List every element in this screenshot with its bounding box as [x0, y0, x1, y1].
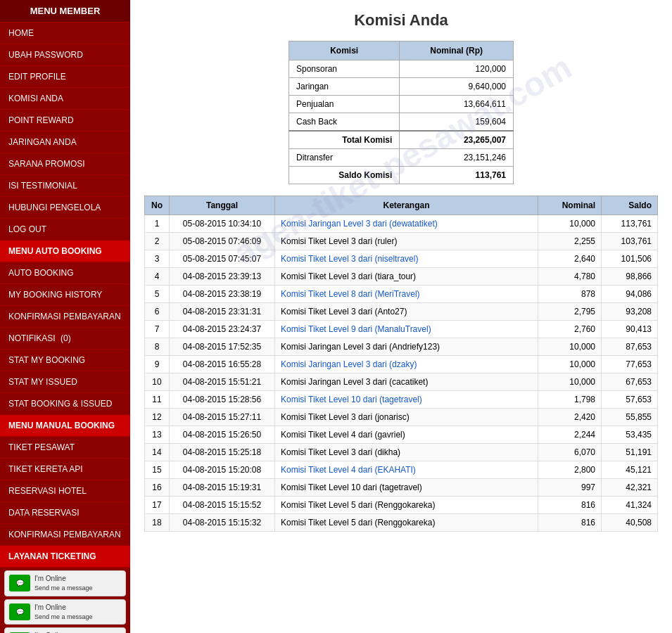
sidebar-item-jaringan-anda[interactable]: JARINGAN ANDA — [0, 132, 130, 153]
keterangan-link[interactable]: Komisi Tiket Level 4 dari (EKAHATI) — [281, 465, 416, 475]
keterangan-cell: Komisi Jaringan Level 3 dari (cacatiket) — [275, 373, 538, 391]
sidebar-item-stat-my-booking[interactable]: STAT MY BOOKING — [0, 350, 130, 371]
no-cell: 5 — [145, 286, 170, 303]
sidebar-item-point-reward[interactable]: POINT REWARD — [0, 110, 130, 132]
keterangan-cell: Komisi Tiket Level 10 dari (tagetravel) — [275, 391, 538, 409]
summary-value: 120,000 — [400, 60, 514, 78]
saldo-cell: 45,121 — [602, 461, 658, 479]
no-cell: 18 — [145, 514, 170, 532]
tanggal-cell: 04-08-2015 15:15:32 — [170, 514, 275, 532]
saldo-cell: 87,653 — [602, 338, 658, 356]
nominal-cell: 10,000 — [538, 373, 602, 391]
nominal-cell: 6,070 — [538, 444, 602, 461]
col-header-no: No — [145, 196, 170, 215]
keterangan-link[interactable]: Komisi Jaringan Level 3 dari (dewatatike… — [281, 219, 438, 229]
summary-container: Komisi Nominal (Rp) Sponsoran120,000Jari… — [144, 41, 658, 184]
sidebar-item-isi-testimonial[interactable]: ISI TESTIMONIAL — [0, 175, 130, 197]
summary-label: Jaringan — [289, 78, 400, 96]
sidebar-item-tiket-kereta-api[interactable]: TIKET KERETA API — [0, 459, 130, 480]
keterangan-cell: Komisi Tiket Level 10 dari (tagetravel) — [275, 479, 538, 497]
table-row: 2 05-08-2015 07:46:09 Komisi Tiket Level… — [145, 233, 658, 250]
tanggal-cell: 05-08-2015 07:46:09 — [170, 233, 275, 250]
tanggal-cell: 04-08-2015 15:20:08 — [170, 461, 275, 479]
col-header-tanggal: Tanggal — [170, 196, 275, 215]
sidebar-item-my-booking-history[interactable]: MY BOOKING HISTORY — [0, 284, 130, 306]
saldo-cell: 113,761 — [602, 215, 658, 233]
keterangan-link[interactable]: Komisi Tiket Level 8 dari (MeriTravel) — [281, 289, 420, 299]
tanggal-cell: 04-08-2015 15:28:56 — [170, 391, 275, 409]
saldo-cell: 94,086 — [602, 286, 658, 303]
table-row: 13 04-08-2015 15:26:50 Komisi Tiket Leve… — [145, 426, 658, 444]
chat-badge-2[interactable]: 💬 I'm OnlineSend me a message — [4, 599, 126, 625]
table-row: 11 04-08-2015 15:28:56 Komisi Tiket Leve… — [145, 391, 658, 409]
sidebar-item-sarana-promosi[interactable]: SARANA PROMOSI — [0, 153, 130, 175]
sidebar-item-konfirmasi-pembayaran-auto[interactable]: KONFIRMASI PEMBAYARAN — [0, 306, 130, 328]
nominal-cell: 10,000 — [538, 356, 602, 373]
keterangan-link[interactable]: Komisi Tiket Level 9 dari (ManaluTravel) — [281, 324, 431, 334]
ditransfer-label: Ditransfer — [289, 149, 400, 167]
table-row: 3 05-08-2015 07:45:07 Komisi Tiket Level… — [145, 250, 658, 268]
total-value: 23,265,007 — [400, 131, 514, 149]
summary-saldo-row: Saldo Komisi113,761 — [289, 167, 514, 184]
nominal-cell: 2,795 — [538, 303, 602, 321]
no-cell: 16 — [145, 479, 170, 497]
keterangan-link[interactable]: Komisi Jaringan Level 3 dari (dzaky) — [281, 359, 417, 369]
table-row: 18 04-08-2015 15:15:32 Komisi Tiket Leve… — [145, 514, 658, 532]
no-cell: 6 — [145, 303, 170, 321]
summary-header-komisi: Komisi — [289, 41, 400, 60]
chat-label-1: I'm OnlineSend me a message — [34, 574, 93, 593]
sidebar-section-auto-booking[interactable]: MENU AUTO BOOKING — [0, 241, 130, 262]
sidebar-section-layanan-ticketing[interactable]: LAYANAN TICKETING — [0, 546, 130, 568]
tanggal-cell: 04-08-2015 15:19:31 — [170, 479, 275, 497]
saldo-cell: 51,191 — [602, 444, 658, 461]
sidebar-header: MENU MEMBER — [0, 0, 130, 23]
table-row: 4 04-08-2015 23:39:13 Komisi Tiket Level… — [145, 268, 658, 286]
chat-icon-2: 💬 — [9, 603, 30, 620]
nominal-cell: 997 — [538, 479, 602, 497]
summary-row: Cash Back159,604 — [289, 113, 514, 132]
table-row: 10 04-08-2015 15:51:21 Komisi Jaringan L… — [145, 373, 658, 391]
saldo-cell: 93,208 — [602, 303, 658, 321]
saldo-cell: 98,866 — [602, 268, 658, 286]
sidebar-item-tiket-pesawat[interactable]: TIKET PESAWAT — [0, 437, 130, 459]
col-header-keterangan: Keterangan — [275, 196, 538, 215]
sidebar-item-komisi-anda[interactable]: KOMISI ANDA — [0, 88, 130, 110]
sidebar-item-home[interactable]: HOME — [0, 23, 130, 44]
sidebar-item-reservasi-hotel[interactable]: RESERVASI HOTEL — [0, 480, 130, 502]
no-cell: 11 — [145, 391, 170, 409]
table-row: 16 04-08-2015 15:19:31 Komisi Tiket Leve… — [145, 479, 658, 497]
sidebar-item-hubungi-pengelola[interactable]: HUBUNGI PENGELOLA — [0, 197, 130, 219]
sidebar-item-ubah-password[interactable]: UBAH PASSWORD — [0, 44, 130, 66]
chat-badge-1[interactable]: 💬 I'm OnlineSend me a message — [4, 570, 126, 596]
sidebar-item-notifikasi[interactable]: NOTIFIKASI (0) — [0, 328, 130, 350]
sidebar-section-manual-booking[interactable]: MENU MANUAL BOOKING — [0, 415, 130, 437]
summary-row: Penjualan13,664,611 — [289, 96, 514, 113]
keterangan-cell: Komisi Jaringan Level 3 dari (dzaky) — [275, 356, 538, 373]
total-label: Total Komisi — [289, 131, 400, 149]
sidebar-item-konfirmasi-pembayaran-manual[interactable]: KONFIRMASI PEMBAYARAN — [0, 524, 130, 546]
keterangan-link[interactable]: Komisi Tiket Level 3 dari (niseltravel) — [281, 254, 418, 264]
keterangan-cell: Komisi Jaringan Level 3 dari (Andriefy12… — [275, 338, 538, 356]
nominal-cell: 2,760 — [538, 321, 602, 338]
ditransfer-value: 23,151,246 — [400, 149, 514, 167]
sidebar-item-edit-profile[interactable]: EDIT PROFILE — [0, 66, 130, 88]
keterangan-link[interactable]: Komisi Tiket Level 10 dari (tagetravel) — [281, 395, 422, 404]
sidebar-item-log-out[interactable]: LOG OUT — [0, 219, 130, 241]
no-cell: 13 — [145, 426, 170, 444]
sidebar-item-stat-booking-issued[interactable]: STAT BOOKING & ISSUED — [0, 393, 130, 415]
sidebar-item-auto-booking[interactable]: AUTO BOOKING — [0, 262, 130, 284]
saldo-cell: 67,653 — [602, 373, 658, 391]
saldo-cell: 90,413 — [602, 321, 658, 338]
page-title: Komisi Anda — [144, 11, 658, 30]
chat-badge-3[interactable]: 💬 I'm OnlineSend me a message — [4, 627, 126, 633]
nominal-cell: 2,244 — [538, 426, 602, 444]
chat-label-2: I'm OnlineSend me a message — [34, 603, 93, 622]
sidebar-item-stat-my-issued[interactable]: STAT MY ISSUED — [0, 371, 130, 393]
no-cell: 9 — [145, 356, 170, 373]
keterangan-cell: Komisi Tiket Level 3 dari (niseltravel) — [275, 250, 538, 268]
tanggal-cell: 04-08-2015 23:39:13 — [170, 268, 275, 286]
sidebar-item-data-reservasi[interactable]: DATA RESERVASI — [0, 502, 130, 524]
summary-value: 159,604 — [400, 113, 514, 132]
no-cell: 14 — [145, 444, 170, 461]
nominal-cell: 10,000 — [538, 215, 602, 233]
